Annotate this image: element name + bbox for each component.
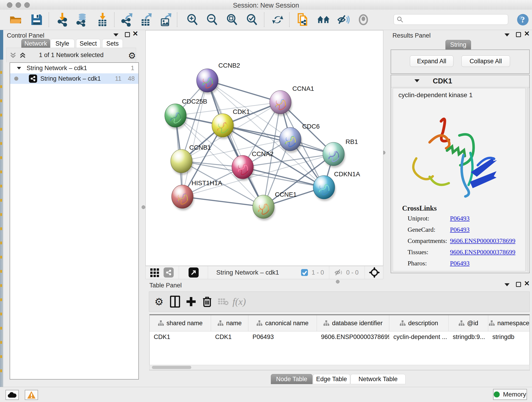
vertical-splitter-handle-left[interactable] bbox=[142, 205, 145, 209]
birdseye-grid-icon[interactable] bbox=[150, 268, 160, 278]
string-style-icon[interactable] bbox=[164, 268, 174, 278]
column-header-canonical-name[interactable]: canonical name bbox=[248, 315, 317, 331]
first-neighbors-button[interactable] bbox=[317, 13, 330, 26]
table-scrollbar-thumb[interactable] bbox=[152, 366, 191, 369]
column-header-description[interactable]: description bbox=[389, 315, 449, 331]
create-column-plus-icon[interactable] bbox=[183, 295, 199, 308]
edge-CCNB2-CCNE1[interactable] bbox=[207, 80, 264, 207]
table-panel-close-icon[interactable]: ✕ bbox=[524, 281, 530, 286]
node-section-collapse-icon[interactable] bbox=[414, 79, 419, 82]
zoom-in-button[interactable] bbox=[186, 13, 199, 26]
search-field[interactable] bbox=[394, 14, 508, 25]
zoom-out-button[interactable] bbox=[206, 13, 219, 26]
network-graph[interactable]: CCNB2CCNA1CDC25BCDK1CDC6RB1CCNB1CCNA2CDK… bbox=[146, 31, 383, 266]
clone-network-button[interactable] bbox=[297, 13, 309, 26]
results-scrollbar[interactable] bbox=[527, 88, 530, 271]
network-options-gear-icon[interactable]: ⚙ bbox=[128, 51, 136, 61]
hide-selected-button[interactable] bbox=[337, 13, 350, 26]
column-header-database-identifier[interactable]: database identifier bbox=[317, 315, 389, 331]
tab-select[interactable]: Select bbox=[76, 39, 100, 48]
tab-network-table[interactable]: Network Table bbox=[351, 374, 405, 384]
memory-button[interactable]: Memory bbox=[493, 389, 527, 400]
node-CCNE1[interactable]: CCNE1 bbox=[253, 191, 297, 220]
column-header-namespace[interactable]: namespace bbox=[488, 315, 530, 331]
tab-edge-table[interactable]: Edge Table bbox=[313, 374, 350, 384]
edge-HIST1H1A-CCNE1[interactable] bbox=[182, 197, 264, 207]
node-label-RB1: RB1 bbox=[346, 138, 358, 145]
table-cell[interactable]: CDK1 bbox=[150, 332, 211, 342]
table-panel-float-icon[interactable] bbox=[516, 282, 521, 287]
crosslink-value-link[interactable]: P06493 bbox=[450, 260, 470, 267]
show-columns-icon[interactable] bbox=[167, 295, 183, 308]
table-cell[interactable]: 9606.ENSP00000378699 bbox=[317, 332, 389, 342]
crosslink-value-link[interactable]: P06493 bbox=[450, 215, 470, 222]
table-cell[interactable]: P06493 bbox=[248, 332, 317, 342]
warnings-button[interactable] bbox=[25, 390, 38, 400]
results-panel-menu-icon[interactable] bbox=[505, 33, 510, 36]
open-in-browser-icon[interactable] bbox=[189, 268, 199, 278]
zoom-selected-button[interactable] bbox=[246, 13, 259, 26]
save-session-button[interactable] bbox=[30, 13, 43, 26]
export-table-button[interactable] bbox=[140, 13, 152, 26]
import-table-button[interactable] bbox=[96, 13, 109, 26]
cloud-status-button[interactable] bbox=[6, 390, 19, 400]
export-image-button[interactable] bbox=[159, 13, 172, 26]
network-collection-row[interactable]: String Network – cdk1 1 bbox=[10, 63, 138, 73]
node-label-CDC6: CDC6 bbox=[302, 123, 320, 130]
network-view-canvas[interactable]: CCNB2CCNA1CDC25BCDK1CDC6RB1CCNB1CCNA2CDK… bbox=[146, 30, 383, 266]
network-row[interactable]: String Network – cdk1 11 48 bbox=[10, 73, 138, 84]
open-session-button[interactable] bbox=[9, 13, 22, 26]
table-settings-gear-icon[interactable]: ⚙ bbox=[151, 295, 167, 308]
selected-checkbox-icon[interactable] bbox=[301, 269, 308, 276]
crosslink-value-link[interactable]: 9606.ENSP00000378699 bbox=[450, 237, 515, 245]
hidden-count: 0 - 0 bbox=[346, 269, 359, 276]
table-cell[interactable]: stringdb:9... bbox=[449, 332, 488, 342]
expand-all-button[interactable]: Expand All bbox=[410, 56, 453, 67]
tab-node-table[interactable]: Node Table bbox=[271, 374, 312, 384]
export-network-button[interactable] bbox=[120, 13, 133, 26]
tab-style[interactable]: Style bbox=[50, 39, 75, 48]
node-CDKN1A[interactable]: CDKN1A bbox=[313, 171, 360, 201]
import-network-from-database-button[interactable] bbox=[76, 13, 89, 26]
control-panel-float-icon[interactable] bbox=[125, 32, 130, 37]
fit-content-crosshair-icon[interactable] bbox=[369, 267, 380, 278]
column-header-name[interactable]: name bbox=[211, 315, 248, 331]
results-panel-float-icon[interactable] bbox=[516, 32, 521, 37]
tab-network[interactable]: Network bbox=[21, 39, 50, 48]
tab-sets[interactable]: Sets bbox=[102, 39, 123, 48]
node-CCNB2[interactable]: CCNB2 bbox=[196, 62, 240, 94]
help-button[interactable]: ? bbox=[516, 13, 529, 26]
crosslink-value-link[interactable]: P06493 bbox=[450, 226, 470, 233]
collapse-all-button[interactable]: Collapse All bbox=[462, 56, 510, 67]
control-panel-menu-icon[interactable] bbox=[114, 33, 119, 36]
column-header-shared-name[interactable]: shared name bbox=[150, 315, 211, 331]
node-CCNB1[interactable]: CCNB1 bbox=[171, 144, 211, 175]
table-cell[interactable]: stringdb bbox=[488, 332, 530, 342]
node-HIST1H1A[interactable]: HIST1H1A bbox=[172, 179, 222, 211]
column-header--id[interactable]: @id bbox=[449, 315, 488, 331]
table-horizontal-scrollbar[interactable] bbox=[149, 365, 530, 370]
zoom-fit-button[interactable] bbox=[226, 13, 239, 26]
show-all-button[interactable] bbox=[357, 13, 370, 26]
table-cell[interactable]: cyclin-dependent ... bbox=[389, 332, 449, 342]
node-details: cyclin-dependent kinase 1 bbox=[393, 88, 526, 271]
crosslink-label: Uniprot: bbox=[408, 215, 450, 222]
apply-layout-button[interactable] bbox=[271, 13, 284, 26]
node-table[interactable]: shared namenamecanonical namedatabase id… bbox=[149, 314, 530, 370]
node-CCNA1[interactable]: CCNA1 bbox=[270, 85, 314, 116]
search-input[interactable] bbox=[404, 16, 503, 23]
node-section-header[interactable]: CDK1 bbox=[391, 75, 529, 87]
tab-string[interactable]: String bbox=[445, 40, 471, 50]
collapse-all-label: Collapse All bbox=[469, 58, 502, 65]
node-RB1[interactable]: RB1 bbox=[323, 138, 358, 168]
node-CDC25B[interactable]: CDC25B bbox=[165, 98, 207, 129]
results-panel-close-icon[interactable]: ✕ bbox=[524, 31, 530, 36]
control-panel-close-icon[interactable]: ✕ bbox=[133, 31, 138, 36]
delete-column-trash-icon[interactable] bbox=[199, 295, 215, 308]
collection-expand-icon[interactable] bbox=[17, 67, 21, 69]
table-panel-menu-icon[interactable] bbox=[505, 283, 510, 286]
crosslink-value-link[interactable]: 9606.ENSP00000378699 bbox=[450, 249, 515, 256]
import-network-button[interactable] bbox=[56, 13, 69, 26]
import-database-icon bbox=[76, 13, 89, 27]
table-cell[interactable]: CDK1 bbox=[211, 332, 248, 342]
